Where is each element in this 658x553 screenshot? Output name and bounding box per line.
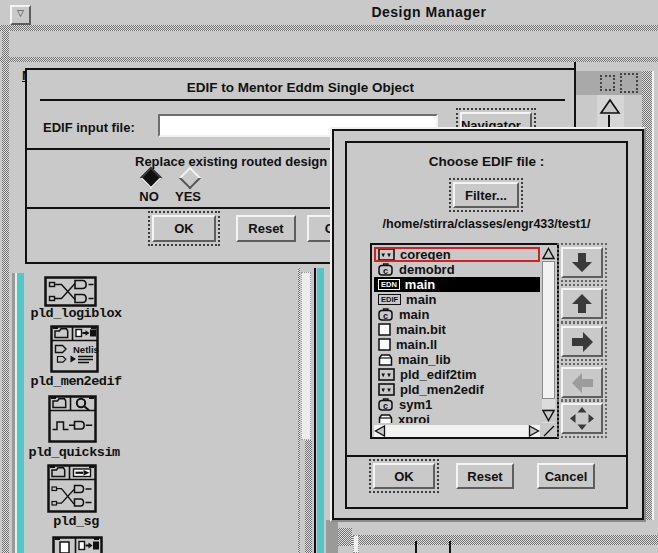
edif-input-label: EDIF input file: [43, 120, 135, 135]
form-reset-button[interactable]: Reset [236, 215, 296, 242]
file-row-main-c[interactable]: c main [374, 307, 540, 322]
form-ok-button[interactable]: OK [152, 215, 216, 242]
svg-text:c: c [383, 311, 388, 321]
menu-bar: MGC Object Edit Setup Windows View Repor… [0, 31, 658, 57]
file-name: main.bit [396, 322, 446, 337]
panel-divider-corner [338, 528, 352, 546]
file-name: main [399, 307, 429, 322]
file-row-main-bit[interactable]: main.bit [374, 322, 540, 337]
file-icon [378, 323, 391, 336]
file-name: demobrd [399, 262, 455, 277]
radio-yes[interactable] [179, 167, 202, 190]
radio-no-label: NO [131, 189, 167, 204]
title-bar: ▽ Design Manager [0, 0, 658, 22]
frame-band-left [2, 25, 9, 553]
list-hscrollbar[interactable] [374, 425, 540, 437]
four-way-arrow-icon [569, 406, 595, 431]
quicksim-icon[interactable] [48, 395, 97, 443]
arrow-right-icon [571, 331, 594, 353]
window-title: Design Manager [0, 4, 658, 20]
back-window-right-highlight [652, 71, 654, 553]
panel-divider-column [326, 520, 338, 553]
back-window-hscroll-thumb[interactable] [353, 535, 359, 553]
arrow-up-icon [570, 293, 594, 314]
back-window-maximize-button[interactable] [620, 73, 638, 93]
back-window-hscroll-trough[interactable] [352, 535, 658, 545]
back-window-minimize-button[interactable] [600, 75, 615, 91]
scroll-right-icon[interactable] [528, 425, 540, 437]
arrow-left-icon [571, 372, 594, 394]
directory-path: /home/stirra/classes/engr433/test1/ [347, 217, 626, 231]
move-down-button[interactable] [561, 247, 603, 278]
file-row-xproj[interactable]: xproj [374, 412, 540, 423]
divider [347, 455, 626, 457]
file-name: main [406, 292, 436, 307]
radio-no[interactable] [140, 167, 163, 190]
scroll-up-icon[interactable] [542, 247, 555, 260]
back-window-scrollbar[interactable] [597, 95, 624, 127]
mid-scrollbar-trough[interactable] [305, 440, 312, 553]
scroll-left-icon[interactable] [374, 425, 386, 437]
file-listbox: coregen c demobrd EDN main EDIF main c m… [370, 243, 559, 439]
radio-yes-label: YES [170, 189, 206, 204]
icon-label[interactable]: pld_sg [20, 514, 132, 529]
file-list: coregen c demobrd EDN main EDIF main c m… [374, 247, 540, 423]
scroll-corner-icon [542, 425, 557, 437]
logiblox-icon[interactable] [44, 276, 97, 307]
move-up-button[interactable] [561, 288, 603, 319]
back-window-bottom-fragment [340, 520, 658, 553]
filter-button[interactable]: Filter... [453, 182, 519, 208]
file-row-main-ll[interactable]: main.ll [374, 337, 540, 352]
form-dialog-title: EDIF to Mentor Eddm Single Object [27, 80, 574, 95]
file-name: pld_men2edif [400, 382, 484, 397]
file-name: main_lib [398, 352, 451, 367]
arrow-down-icon [570, 252, 594, 273]
file-row-pld-edif2tim[interactable]: pld_edif2tim [374, 367, 540, 382]
edif-tag-icon: EDIF [378, 294, 401, 305]
scroll-up-arrow-icon [599, 98, 621, 115]
scroll-down-icon[interactable] [542, 409, 555, 422]
choose-reset-button[interactable]: Reset [456, 463, 514, 489]
file-row-demobrd[interactable]: c demobrd [374, 262, 540, 277]
move-left-button[interactable] [561, 367, 603, 398]
move-right-button[interactable] [561, 326, 603, 357]
svg-text:Netlist: Netlist [73, 344, 99, 355]
partial-tool-icon[interactable] [52, 536, 103, 553]
move-all-button[interactable] [561, 403, 603, 434]
edn-tag-icon: EDN [378, 279, 400, 290]
component-c-icon: c [378, 263, 394, 276]
choose-cancel-button[interactable]: Cancel [537, 463, 595, 489]
men2edif-icon[interactable]: Netlist [50, 325, 99, 373]
file-row-pld-men2edif[interactable]: pld_men2edif [374, 382, 540, 397]
choose-ok-button[interactable]: OK [373, 463, 435, 489]
choose-dialog-title: Choose EDIF file : [347, 154, 626, 169]
file-row-main-edif[interactable]: EDIF main [374, 292, 540, 307]
component-c-icon: c [378, 398, 394, 411]
choose-edif-dialog: Choose EDIF file : Filter... /home/stirr… [330, 127, 646, 522]
file-name: pld_edif2tim [400, 367, 477, 382]
file-row-sym1[interactable]: c sym1 [374, 397, 540, 412]
tool-icon [378, 368, 395, 381]
file-row-coregen[interactable]: coregen [374, 247, 540, 262]
file-row-main-edn[interactable]: EDN main [374, 277, 540, 292]
vscroll-thumb[interactable] [542, 261, 555, 399]
mid-panel-scrollbar[interactable] [317, 268, 324, 553]
file-row-main-lib[interactable]: main_lib [374, 352, 540, 367]
divider [40, 99, 565, 101]
icon-label[interactable]: pld_men2edif [20, 374, 132, 389]
file-name: main [405, 277, 435, 292]
mid-scrollbar-thumb[interactable] [301, 272, 311, 440]
folder-icon [378, 413, 393, 423]
tool-icon [378, 383, 395, 396]
tool-icon [378, 248, 395, 261]
folder-icon [378, 353, 393, 366]
dialog-panel: Choose EDIF file : Filter... /home/stirr… [345, 141, 628, 509]
icon-label[interactable]: pld_logiblox [20, 306, 132, 321]
file-icon [378, 338, 391, 351]
replace-existing-label: Replace existing routed design di [135, 154, 342, 169]
file-name: main.ll [396, 337, 437, 352]
svg-text:c: c [383, 401, 388, 411]
sg-icon[interactable] [47, 464, 97, 513]
list-vscrollbar[interactable] [542, 247, 555, 423]
icon-label[interactable]: pld_quicksim [14, 445, 134, 460]
